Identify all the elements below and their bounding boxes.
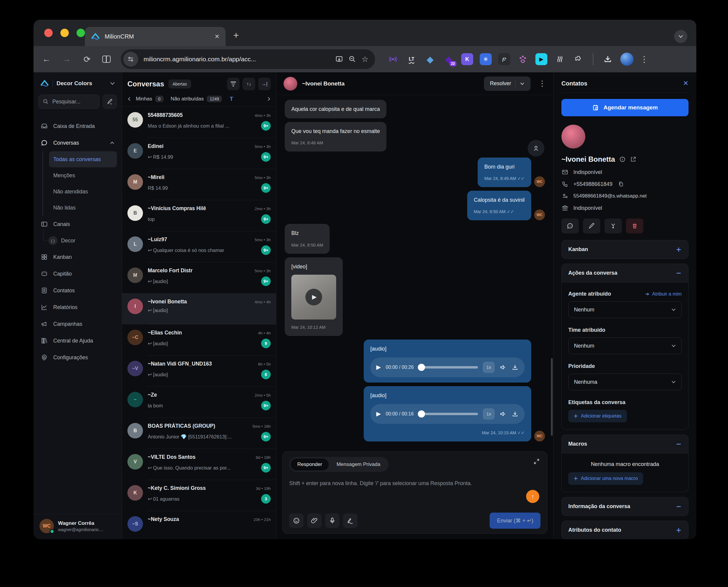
tab-private-note[interactable]: Mensagem Privada [330, 459, 387, 470]
conversation-row-selected[interactable]: I ~Ivonei Bonetta4mo • 4h ↩[audio] [122, 293, 276, 324]
play-audio-icon[interactable]: ▶ [376, 363, 381, 372]
download-audio-icon[interactable] [511, 364, 519, 371]
conversation-menu-icon[interactable]: ⋮ [538, 79, 546, 88]
diamond-extension-icon[interactable]: ◆ [424, 53, 436, 65]
info-icon[interactable] [619, 156, 626, 163]
sidebar-item-reports[interactable]: Relatórios [38, 299, 117, 315]
download-audio-icon[interactable] [511, 410, 519, 418]
conversation-row[interactable]: L ~Luiz975mo • 3h ↩Qualquer coisa é só n… [122, 231, 276, 262]
toggle-contact-panel-button[interactable] [528, 140, 544, 157]
sidebar-item-kanban[interactable]: Kanban [38, 249, 117, 265]
playback-speed-button[interactable]: 1x [483, 408, 495, 420]
send-button[interactable]: Enviar (⌘ + ↵) [490, 513, 541, 529]
collapse-section-icon[interactable] [676, 503, 682, 510]
edit-contact-button[interactable] [583, 218, 600, 233]
emoji-button[interactable] [289, 514, 303, 528]
sidebar-item-contacts[interactable]: Contatos [38, 282, 117, 299]
tab-mine[interactable]: Minhas0 [136, 96, 164, 102]
chevron-down-icon[interactable] [520, 81, 525, 86]
search-input[interactable]: Pesquisar... [38, 94, 99, 109]
conversation-row[interactable]: ~C ~Elias Cechin4h • 4h ↩[audio]9 [122, 324, 276, 355]
install-app-icon[interactable] [335, 55, 343, 63]
sidebar-item-all-conversations[interactable]: Todas as conversas [49, 151, 117, 167]
conversation-row[interactable]: B ~Vinícius Compras Hilê2mo • 3h top9+ [122, 200, 276, 231]
k-extension-icon[interactable]: K [461, 53, 473, 65]
priority-select[interactable]: Nenhuma [568, 374, 682, 390]
conversation-row[interactable]: ~ ~Ze2mo • 5h ta bom9+ [122, 386, 276, 418]
tab-all-partial[interactable]: T [230, 96, 233, 102]
play-video-icon[interactable]: ▶ [305, 289, 322, 305]
paw-extension-icon[interactable] [517, 53, 529, 65]
status-filter-badge[interactable]: Abertas [168, 79, 191, 89]
sidebar-item-inbox[interactable]: Caixa de Entrada [38, 118, 117, 135]
copy-icon[interactable] [617, 181, 624, 187]
conversation-row[interactable]: ~S ~Nety Souza23h • 21h [122, 511, 276, 539]
tabs-scroll-right-icon[interactable] [267, 97, 271, 101]
workspace-switcher[interactable]: Decor Colors [38, 79, 117, 88]
sidebar-item-settings[interactable]: Configurações [38, 349, 117, 366]
collapse-section-icon[interactable] [676, 441, 682, 447]
purple-diamond-extension-icon[interactable]: ◆ 22 [443, 53, 455, 65]
video-thumbnail[interactable]: ▶ [291, 275, 336, 320]
signature-button[interactable] [343, 514, 358, 528]
close-window-button[interactable] [44, 29, 53, 37]
url-bar[interactable]: milioncrm.agmilionario.com.br/app/acc...… [121, 49, 375, 69]
maximize-window-button[interactable] [76, 29, 85, 37]
expand-editor-icon[interactable] [533, 458, 540, 465]
message-input[interactable]: Shift + enter para nova linha. Digite '/… [289, 480, 541, 487]
chat-scrollbar[interactable] [551, 358, 553, 436]
tab-search-button[interactable] [674, 30, 687, 43]
conversation-row[interactable]: K ~Kety C. Simioni Gross3d • 19h ↩01 agu… [122, 480, 276, 511]
play-audio-icon[interactable]: ▶ [376, 409, 381, 418]
add-labels-button[interactable]: Adicionar etiquetas [568, 410, 627, 422]
site-settings-icon[interactable] [123, 52, 138, 67]
sidebar-item-mentions[interactable]: Menções [49, 167, 117, 184]
conversation-row[interactable]: B BOAS PRÁTICAS (GROUP)5mo • 16h Antonio… [122, 418, 276, 449]
microphone-button[interactable] [325, 514, 340, 528]
tab-unassigned[interactable]: Não atribuídas1249 [171, 96, 222, 102]
sidebar-item-captain[interactable]: Capitão [38, 265, 117, 282]
conversation-row[interactable]: ~V ~Natan Vidi GFN_UND1636h • 5h ↩[audio… [122, 355, 276, 386]
bookmark-star-icon[interactable]: ☆ [362, 55, 368, 64]
sidebar-item-unattended[interactable]: Não atendidas [49, 184, 117, 199]
attachment-button[interactable] [307, 514, 321, 528]
sidebar-item-campaigns[interactable]: Campanhas [38, 315, 117, 332]
expand-section-icon[interactable] [676, 246, 682, 253]
schedule-message-button[interactable]: Agendar mensagem [562, 99, 688, 116]
sort-button[interactable]: ↑↓ [243, 78, 255, 90]
tally-extension-icon[interactable] [554, 53, 566, 65]
browser-profile-avatar[interactable] [620, 53, 634, 66]
user-profile[interactable]: WC Wagner Corrêa wagner@agmilionario.... [33, 514, 122, 539]
back-button[interactable]: ← [41, 54, 51, 64]
browser-tab[interactable]: MilionCRM ✕ [85, 27, 226, 46]
compose-button[interactable] [103, 94, 117, 109]
side-panel-icon[interactable] [102, 55, 111, 63]
merge-contact-button[interactable] [605, 218, 622, 233]
tab-close-icon[interactable]: ✕ [214, 33, 220, 40]
tab-reply[interactable]: Responder [291, 459, 329, 470]
sidebar-item-channels[interactable]: Canais [38, 216, 117, 233]
radio-extension-icon[interactable] [387, 53, 399, 65]
add-macro-button[interactable]: Adicionar uma nova macro [568, 472, 643, 485]
agent-select[interactable]: Nenhum [568, 301, 682, 318]
new-conversation-button[interactable] [562, 218, 579, 233]
close-panel-icon[interactable]: ✕ [683, 79, 688, 87]
delete-contact-button[interactable] [626, 218, 643, 233]
volume-icon[interactable] [500, 410, 507, 418]
sidebar-item-help-center[interactable]: Central de Ajuda [38, 332, 117, 349]
reload-button[interactable]: ⟳ [82, 54, 92, 64]
snowflake-extension-icon[interactable]: ✳ [480, 53, 492, 65]
conversation-row[interactable]: V ~VILTE Dos Santos8d • 18h ↩Que isso. Q… [122, 449, 276, 480]
sidebar-item-channel-decor[interactable]: { } Decor [38, 233, 117, 249]
new-tab-button[interactable]: + [233, 30, 239, 40]
collapse-panel-button[interactable]: →| [258, 78, 271, 90]
assign-to-me-link[interactable]: Atribuir a mim [645, 291, 682, 297]
open-contact-icon[interactable] [630, 156, 636, 163]
filter-button[interactable] [227, 78, 240, 90]
audio-seek-slider[interactable] [418, 413, 478, 415]
team-select[interactable]: Nenhum [568, 337, 682, 354]
collapse-section-icon[interactable] [676, 270, 682, 276]
ai-assist-button[interactable]: ↑ [526, 490, 539, 503]
math-extension-icon[interactable]: f? [498, 53, 510, 65]
conversation-row[interactable]: 55 5548887356054mo • 3h Mas o Edson já a… [122, 107, 276, 138]
